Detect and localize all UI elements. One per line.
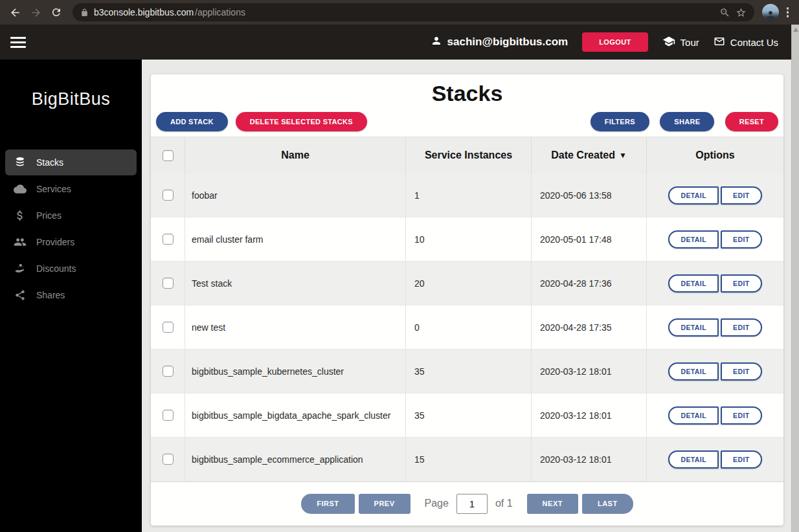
stack-name: bigbitbus_sample_ecommerce_application xyxy=(185,438,406,482)
sidebar-item-prices[interactable]: Prices xyxy=(5,203,137,228)
edit-button[interactable]: EDIT xyxy=(721,318,762,337)
zoom-icon[interactable] xyxy=(719,7,730,18)
cloud-icon xyxy=(13,183,27,195)
back-icon[interactable] xyxy=(6,4,23,21)
page-scrollbar[interactable] xyxy=(791,25,799,532)
sidebar-item-shares[interactable]: Shares xyxy=(5,282,137,308)
reload-icon[interactable] xyxy=(48,4,65,21)
contact-us-link[interactable]: Contact Us xyxy=(714,36,778,49)
detail-button[interactable]: DETAIL xyxy=(668,450,719,469)
pagination: FIRST PREV Page of 1 NEXT LAST xyxy=(151,482,783,525)
user-icon xyxy=(431,35,442,50)
lock-icon xyxy=(80,8,89,17)
service-instances-count: 10 xyxy=(406,217,532,261)
stacks-icon xyxy=(13,156,27,169)
row-checkbox[interactable] xyxy=(163,190,174,201)
select-all-checkbox[interactable] xyxy=(163,150,174,161)
row-checkbox[interactable] xyxy=(163,410,174,421)
sidebar-item-stacks[interactable]: Stacks xyxy=(5,150,137,175)
edit-button[interactable]: EDIT xyxy=(721,186,762,205)
prev-page-button[interactable]: PREV xyxy=(359,494,411,514)
sidebar-item-discounts[interactable]: Discounts xyxy=(5,256,137,282)
detail-button[interactable]: DETAIL xyxy=(668,230,719,249)
edit-button[interactable]: EDIT xyxy=(721,230,762,249)
table-row: foobar 1 2020-05-06 13:58 DETAIL EDIT xyxy=(151,173,783,217)
main-content: Stacks ADD STACK DELETE SELECTED STACKS … xyxy=(142,60,791,532)
page-input[interactable] xyxy=(456,494,488,514)
reset-button[interactable]: RESET xyxy=(725,112,778,131)
forward-icon[interactable] xyxy=(27,4,44,21)
page-of-label: of 1 xyxy=(495,498,513,509)
stack-name: foobar xyxy=(185,173,406,217)
column-header-options: Options xyxy=(647,137,783,173)
table-body: foobar 1 2020-05-06 13:58 DETAIL EDIT em… xyxy=(151,173,783,482)
tour-link[interactable]: Tour xyxy=(662,35,699,50)
table-header: Name Service Instances Date Created ▼ Op… xyxy=(151,137,783,173)
page-label: Page xyxy=(425,498,449,509)
first-page-button[interactable]: FIRST xyxy=(301,494,354,514)
column-header-name[interactable]: Name xyxy=(185,137,406,173)
row-checkbox[interactable] xyxy=(163,322,174,333)
discount-icon xyxy=(13,262,27,275)
column-header-service-instances[interactable]: Service Instances xyxy=(406,137,532,173)
row-checkbox[interactable] xyxy=(163,234,174,245)
table-row: bigbitbus_sample_kubernetes_cluster 35 2… xyxy=(151,349,783,393)
user-account: sachin@bigbitbus.com xyxy=(431,35,568,50)
next-page-button[interactable]: NEXT xyxy=(527,494,578,514)
column-header-date-created[interactable]: Date Created ▼ xyxy=(532,137,647,173)
logout-button[interactable]: LOGOUT xyxy=(582,32,647,52)
page-title: Stacks xyxy=(151,80,783,107)
url-domain: b3console.bigbitbus.com xyxy=(94,7,194,17)
stacks-table: Name Service Instances Date Created ▼ Op… xyxy=(151,137,783,482)
sidebar-item-providers[interactable]: Providers xyxy=(5,229,137,255)
add-stack-button[interactable]: ADD STACK xyxy=(156,112,228,131)
table-row: bigbitbus_sample_bigdata_apache_spark_cl… xyxy=(151,393,783,438)
service-instances-count: 15 xyxy=(406,438,532,482)
stack-name: email cluster farm xyxy=(185,217,406,261)
table-row: email cluster farm 10 2020-05-01 17:48 D… xyxy=(151,217,783,261)
row-checkbox[interactable] xyxy=(163,278,174,289)
url-path: /applications xyxy=(195,7,245,17)
detail-button[interactable]: DETAIL xyxy=(668,406,719,425)
sidebar-item-label: Services xyxy=(36,184,71,194)
sidebar-nav: StacksServicesPricesProvidersDiscountsSh… xyxy=(0,150,142,308)
url-bar[interactable]: b3console.bigbitbus.com/applications xyxy=(73,3,754,21)
browser-menu-icon[interactable] xyxy=(783,7,793,17)
table-row: Test stack 20 2020-04-28 17:36 DETAIL ED… xyxy=(151,261,783,305)
sidebar-item-label: Stacks xyxy=(36,157,63,168)
edit-button[interactable]: EDIT xyxy=(721,450,762,469)
detail-button[interactable]: DETAIL xyxy=(668,186,719,205)
detail-button[interactable]: DETAIL xyxy=(668,362,719,381)
row-checkbox[interactable] xyxy=(163,366,174,377)
detail-button[interactable]: DETAIL xyxy=(668,274,719,293)
stacks-card: Stacks ADD STACK DELETE SELECTED STACKS … xyxy=(151,74,783,526)
sidebar: BigBitBus StacksServicesPricesProvidersD… xyxy=(0,60,142,532)
dollar-icon xyxy=(13,209,27,222)
table-row: new test 0 2020-04-28 17:35 DETAIL EDIT xyxy=(151,305,783,349)
app-logo: BigBitBus xyxy=(0,89,142,109)
stack-name: bigbitbus_sample_bigdata_apache_spark_cl… xyxy=(185,393,406,438)
date-created: 2020-03-12 18:01 xyxy=(532,349,647,393)
edit-button[interactable]: EDIT xyxy=(721,274,762,293)
edit-button[interactable]: EDIT xyxy=(721,362,762,381)
sidebar-item-services[interactable]: Services xyxy=(5,176,137,202)
service-instances-count: 35 xyxy=(406,393,532,438)
delete-selected-stacks-button[interactable]: DELETE SELECTED STACKS xyxy=(236,112,367,131)
hamburger-menu-icon[interactable] xyxy=(10,37,26,48)
last-page-button[interactable]: LAST xyxy=(582,494,633,514)
edit-button[interactable]: EDIT xyxy=(721,406,762,425)
date-created: 2020-03-12 18:01 xyxy=(532,393,647,438)
share-button[interactable]: SHARE xyxy=(660,112,714,131)
profile-avatar[interactable] xyxy=(762,4,779,21)
stack-name: new test xyxy=(185,305,406,349)
detail-button[interactable]: DETAIL xyxy=(668,318,719,337)
sidebar-item-label: Prices xyxy=(36,210,62,221)
date-created: 2020-04-28 17:36 xyxy=(532,261,647,305)
filters-button[interactable]: FILTERS xyxy=(591,112,649,131)
row-checkbox[interactable] xyxy=(163,454,174,465)
date-created: 2020-05-01 17:48 xyxy=(532,217,647,261)
bookmark-star-icon[interactable] xyxy=(736,7,747,18)
table-row: bigbitbus_sample_ecommerce_application 1… xyxy=(151,438,783,482)
service-instances-count: 0 xyxy=(406,305,532,349)
service-instances-count: 20 xyxy=(406,261,532,305)
